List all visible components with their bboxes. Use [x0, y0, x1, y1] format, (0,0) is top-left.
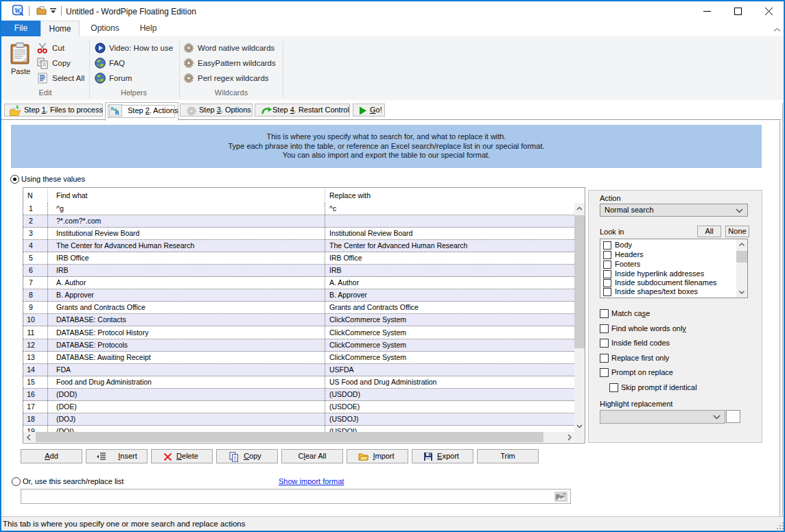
svg-text:h: h	[111, 106, 115, 112]
